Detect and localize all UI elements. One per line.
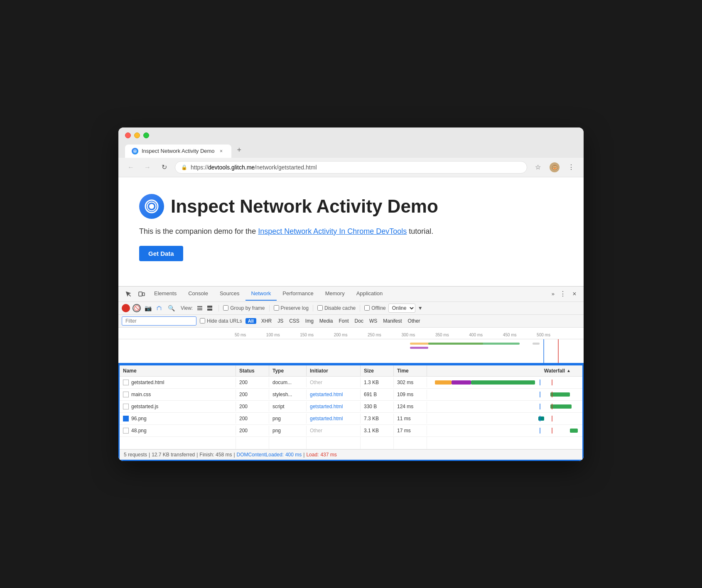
list-view-icon[interactable] — [195, 304, 204, 313]
filter-xhr[interactable]: XHR — [260, 318, 273, 324]
dom-content-loaded-label: DOMContentLoaded: — [237, 452, 284, 458]
filter-manifest[interactable]: Manifest — [381, 318, 403, 324]
url-bar[interactable]: 🔒 https://devtools.glitch.me/network/get… — [175, 161, 527, 174]
col-header-waterfall[interactable]: Waterfall ▲ — [427, 365, 574, 376]
table-row[interactable]: 96.png 200 png getstarted.html 7.3 KB 11… — [120, 413, 582, 425]
svg-rect-11 — [207, 309, 212, 311]
col-header-status[interactable]: Status — [236, 365, 269, 376]
tab-label: Inspect Network Activity Demo — [142, 148, 215, 154]
preserve-log-checkbox[interactable]: Preserve log — [274, 305, 309, 311]
cell-initiator: getstarted.html — [307, 414, 361, 424]
col-header-time[interactable]: Time — [394, 365, 427, 376]
browser-window: Inspect Network Activity Demo × + ← → ↻ … — [118, 127, 584, 461]
network-status-bar: 5 requests | 12.7 KB transferred | Finis… — [120, 449, 582, 460]
cell-status: 200 — [236, 377, 269, 387]
device-toolbar-icon[interactable] — [136, 288, 147, 300]
large-view-icon[interactable] — [205, 304, 214, 313]
tab-network[interactable]: Network — [245, 287, 277, 301]
devtools-options-button[interactable]: ⋮ — [557, 288, 569, 300]
cell-type: script — [269, 402, 307, 412]
filter-doc[interactable]: Doc — [353, 318, 365, 324]
throttle-arrow[interactable]: ▼ — [418, 305, 423, 311]
requests-count: 5 requests — [124, 452, 147, 458]
filter-font[interactable]: Font — [337, 318, 351, 324]
cell-status: 200 — [236, 426, 269, 436]
new-tab-button[interactable]: + — [232, 142, 247, 158]
close-traffic-light[interactable] — [125, 132, 131, 138]
filter-js[interactable]: JS — [276, 318, 285, 324]
cell-type: docum... — [269, 377, 307, 387]
tab-sources[interactable]: Sources — [214, 287, 245, 301]
cell-waterfall — [427, 389, 582, 400]
svg-point-1 — [134, 150, 136, 152]
page-content: Inspect Network Activity Demo This is th… — [118, 177, 584, 286]
clear-button[interactable]: 🚫 — [133, 304, 141, 312]
svg-rect-6 — [142, 293, 145, 296]
cell-name: main.css — [120, 390, 236, 399]
filter-button[interactable]: ⛫ — [155, 304, 164, 313]
minimize-traffic-light[interactable] — [134, 132, 140, 138]
forward-button[interactable]: → — [142, 162, 153, 173]
record-button[interactable] — [122, 304, 130, 312]
lock-icon: 🔒 — [181, 164, 187, 170]
disable-cache-checkbox[interactable]: Disable cache — [317, 305, 356, 311]
offline-checkbox[interactable]: Offline — [364, 305, 385, 311]
back-button[interactable]: ← — [125, 162, 137, 173]
cell-initiator: getstarted.html — [307, 390, 361, 399]
tab-application[interactable]: Application — [351, 287, 389, 301]
table-row[interactable]: getstarted.html 200 docum... Other 1.3 K… — [120, 377, 582, 389]
maximize-traffic-light[interactable] — [143, 132, 149, 138]
inspect-element-icon[interactable] — [123, 288, 134, 300]
profile-avatar: 🐵 — [550, 162, 560, 172]
throttle-select[interactable]: Online — [388, 304, 415, 313]
col-header-size[interactable]: Size — [361, 365, 394, 376]
menu-button[interactable]: ⋮ — [565, 162, 577, 173]
table-row[interactable]: getstarted.js 200 script getstarted.html… — [120, 401, 582, 413]
profile-button[interactable]: 🐵 — [549, 162, 560, 173]
tab-elements[interactable]: Elements — [148, 287, 182, 301]
group-by-frame-checkbox[interactable]: Group by frame — [223, 305, 265, 311]
tab-console[interactable]: Console — [182, 287, 214, 301]
transferred-size: 12.7 KB transferred — [152, 452, 195, 458]
search-button[interactable]: 🔍 — [167, 304, 176, 313]
timeline-ruler: 50 ms 100 ms 150 ms 200 ms 250 ms 300 ms… — [118, 328, 584, 339]
cell-status: 200 — [236, 402, 269, 412]
devtools-close-button[interactable]: × — [569, 288, 580, 300]
devtools-tutorial-link[interactable]: Inspect Network Activity In Chrome DevTo… — [258, 227, 407, 235]
filter-media[interactable]: Media — [318, 318, 335, 324]
hide-data-urls-checkbox[interactable]: Hide data URLs — [200, 318, 242, 324]
col-header-initiator[interactable]: Initiator — [307, 365, 361, 376]
view-label: View: — [181, 305, 193, 311]
tab-close-button[interactable]: × — [218, 148, 225, 154]
filter-ws[interactable]: WS — [368, 318, 379, 324]
filter-input[interactable] — [122, 316, 196, 326]
get-data-button[interactable]: Get Data — [139, 246, 183, 261]
cell-initiator: getstarted.html — [307, 402, 361, 412]
devtools-more-tabs-button[interactable]: » — [549, 287, 557, 300]
page-logo — [139, 194, 164, 219]
cell-status: 200 — [236, 390, 269, 399]
filter-all-badge[interactable]: All — [245, 318, 256, 324]
empty-row — [120, 437, 582, 449]
tab-favicon — [132, 148, 138, 154]
col-header-type[interactable]: Type — [269, 365, 307, 376]
browser-tab[interactable]: Inspect Network Activity Demo × — [125, 145, 231, 158]
filter-input-wrapper — [122, 316, 196, 326]
svg-rect-5 — [139, 292, 142, 296]
filter-css[interactable]: CSS — [287, 318, 301, 324]
traffic-lights — [125, 132, 577, 138]
bookmark-button[interactable]: ☆ — [532, 162, 544, 173]
tab-bar: Inspect Network Activity Demo × + — [125, 142, 577, 158]
table-row[interactable]: main.css 200 stylesh... getstarted.html … — [120, 389, 582, 401]
cell-size: 330 B — [361, 402, 394, 412]
cell-name: 96.png — [120, 414, 236, 424]
reload-button[interactable]: ↻ — [158, 162, 170, 173]
col-header-name[interactable]: Name — [120, 365, 236, 376]
table-row[interactable]: 48.png 200 png Other 3.1 KB 17 ms — [120, 425, 582, 437]
filter-types: XHR JS CSS Img Media Font Doc WS Manifes… — [260, 318, 422, 324]
filter-img[interactable]: Img — [304, 318, 315, 324]
filter-other[interactable]: Other — [406, 318, 422, 324]
screenshot-button[interactable]: 📷 — [143, 304, 152, 313]
tab-memory[interactable]: Memory — [319, 287, 351, 301]
tab-performance[interactable]: Performance — [277, 287, 319, 301]
